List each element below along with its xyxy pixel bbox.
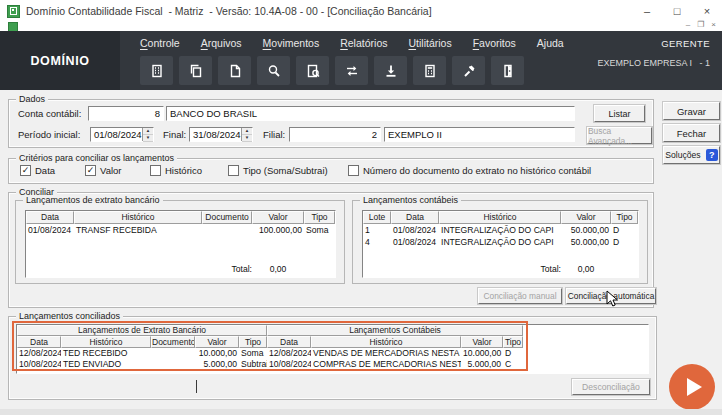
conciliados-col-valor1[interactable]: Valor [195, 336, 239, 348]
checkbox-valor-box[interactable]: ✓ [85, 165, 96, 176]
contabeis-col-tipo[interactable]: Tipo [611, 211, 638, 224]
conciliados-row[interactable]: 10/08/2024 TED ENVIADO 5.000,00 Subtrai … [17, 359, 648, 370]
close-button[interactable]: × [692, 0, 722, 22]
extrato-col-tipo[interactable]: Tipo [304, 211, 335, 224]
checkbox-numero-documento[interactable]: Número do documento do extrato no histór… [348, 165, 591, 176]
conciliados-list[interactable]: Lançamentos de Extrato Bancário Lançamen… [16, 324, 649, 374]
contabeis-row[interactable]: 4 01/08/2024 INTEGRALIZAÇÃO DO CAPI 50.0… [363, 236, 638, 248]
checkbox-data[interactable]: ✓ Data [20, 165, 55, 176]
solucoes-button[interactable]: Soluções ? [663, 146, 720, 164]
periodo-inicial-spinner[interactable]: ▲▼ [142, 128, 153, 141]
contabeis-col-valor[interactable]: Valor [561, 211, 611, 224]
contabeis-cell-lote: 4 [363, 236, 391, 248]
menu-controle[interactable]: Controle [140, 37, 180, 49]
conciliacao-manual-button[interactable]: Conciliação manual [478, 288, 562, 304]
contabeis-row[interactable]: 1 01/08/2024 INTEGRALIZAÇÃO DO CAPI 50.0… [363, 224, 638, 236]
exit-button[interactable] [491, 56, 524, 85]
extrato-col-valor[interactable]: Valor [252, 211, 304, 224]
door-icon [500, 63, 516, 79]
checkbox-numero-documento-label: Número do documento do extrato no histór… [363, 165, 591, 176]
cell: 12/08/2024 [267, 348, 311, 359]
checkbox-historico[interactable]: Histórico [150, 165, 202, 176]
conta-contabil-input[interactable] [88, 106, 164, 121]
mdi-close-button[interactable]: × [711, 20, 716, 29]
fechar-button[interactable]: Fechar [663, 124, 720, 142]
transfer-arrows-icon [344, 63, 360, 79]
companies-button[interactable] [140, 56, 173, 85]
import-button[interactable] [374, 56, 407, 85]
extrato-cell-tipo: Soma [304, 224, 335, 236]
calculator-icon [422, 63, 438, 79]
menu-movimentos[interactable]: Movimentos [263, 37, 320, 49]
busca-avancada-button[interactable]: Busca Avançada... [587, 127, 652, 144]
company-selector[interactable]: EXEMPLO EMPRESA I - 1 [597, 58, 710, 68]
audit-button[interactable] [452, 56, 485, 85]
conciliados-row[interactable]: 12/08/2024 TED RECEBIDO 10.000,00 Soma 1… [17, 348, 648, 359]
periodo-inicial-value: 01/08/2024 [94, 129, 142, 140]
domain-logo: DOMÍNIO [0, 31, 120, 90]
checkbox-tipo[interactable]: Tipo (Soma/Subtrai) [228, 165, 328, 176]
conciliados-col-documento[interactable]: Documento [151, 336, 195, 348]
contabeis-cell-data: 01/08/2024 [391, 224, 439, 236]
user-role: GERENTE [597, 38, 710, 49]
final-input[interactable]: 31/08/2024 ▲▼ [189, 127, 253, 142]
checkbox-historico-box[interactable] [150, 165, 161, 176]
conciliados-col-historico2[interactable]: Histórico [311, 336, 461, 348]
contabeis-col-historico[interactable]: Histórico [439, 211, 561, 224]
mdi-restore-button[interactable]: ❐ [697, 20, 704, 29]
contabeis-col-data[interactable]: Data [391, 211, 439, 224]
extrato-list[interactable]: Data Histórico Documento Valor Tipo 01/0… [25, 210, 336, 278]
checkbox-valor[interactable]: ✓ Valor [85, 165, 121, 176]
menu-relatorios[interactable]: Relatórios [340, 37, 387, 49]
view-document-button[interactable] [296, 56, 329, 85]
extrato-col-historico[interactable]: Histórico [74, 211, 202, 224]
menu-ajuda[interactable]: Ajuda [537, 37, 564, 49]
checkbox-data-box[interactable]: ✓ [20, 165, 31, 176]
conciliados-col-data2[interactable]: Data [267, 336, 311, 348]
contabeis-cell-valor: 50.000,00 [561, 224, 611, 236]
spin-up-icon[interactable]: ▲ [242, 128, 252, 135]
conciliados-col-tipo1[interactable]: Tipo [239, 336, 267, 348]
menu-bar: Controle Arquivos Movimentos Relatórios … [140, 37, 564, 49]
contabeis-cell-valor: 50.000,00 [561, 236, 611, 248]
contabeis-list[interactable]: Lote Data Histórico Valor Tipo 1 01/08/2… [362, 210, 639, 278]
conciliados-col-valor2[interactable]: Valor [461, 336, 503, 348]
extrato-row[interactable]: 01/08/2024 TRANSF RECEBIDA 100.000,00 So… [26, 224, 335, 236]
menu-utilitarios[interactable]: Utilitários [408, 37, 451, 49]
cell: C [503, 359, 523, 370]
spin-down-icon[interactable]: ▼ [143, 135, 153, 142]
conciliados-col-historico1[interactable]: Histórico [61, 336, 151, 348]
extrato-col-data[interactable]: Data [26, 211, 74, 224]
copy-button[interactable] [179, 56, 212, 85]
app-header: DOMÍNIO Controle Arquivos Movimentos Rel… [0, 31, 722, 90]
checkbox-numero-documento-box[interactable] [348, 165, 359, 176]
desconciliacao-button[interactable]: Desconciliação [572, 379, 650, 395]
calculator-button[interactable] [413, 56, 446, 85]
minimize-button[interactable]: – [632, 0, 662, 22]
checkbox-historico-label: Histórico [165, 165, 202, 176]
search-icon [266, 63, 282, 79]
mdi-minimize-button[interactable]: – [686, 20, 690, 29]
listar-button[interactable]: Listar [594, 105, 645, 122]
checkbox-tipo-box[interactable] [228, 165, 239, 176]
conciliados-col-data1[interactable]: Data [17, 336, 61, 348]
contabeis-col-lote[interactable]: Lote [363, 211, 391, 224]
menu-favoritos[interactable]: Favoritos [473, 37, 516, 49]
extrato-col-documento[interactable]: Documento [202, 211, 252, 224]
spin-down-icon[interactable]: ▼ [242, 135, 252, 142]
maximize-button[interactable]: □ [662, 0, 692, 22]
window-bottom-edge [0, 409, 722, 415]
filial-input[interactable] [289, 127, 381, 142]
periodo-inicial-input[interactable]: 01/08/2024 ▲▼ [90, 127, 154, 142]
gravar-button[interactable]: Gravar [663, 102, 720, 120]
cell: 10/08/2024 [267, 359, 311, 370]
transfer-button[interactable] [335, 56, 368, 85]
menu-arquivos[interactable]: Arquivos [201, 37, 242, 49]
new-document-button[interactable] [218, 56, 251, 85]
final-spinner[interactable]: ▲▼ [241, 128, 252, 141]
app-window: Domínio Contabilidade Fiscal - Matriz - … [0, 0, 722, 415]
conciliados-col-tipo2[interactable]: Tipo [503, 336, 523, 348]
video-play-button[interactable] [669, 364, 715, 410]
search-button[interactable] [257, 56, 290, 85]
spin-up-icon[interactable]: ▲ [143, 128, 153, 135]
